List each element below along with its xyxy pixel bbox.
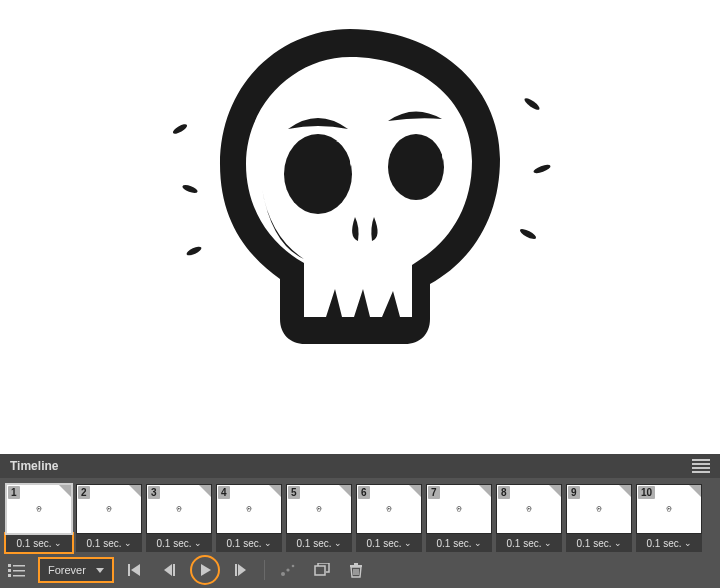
frame: 60.1 sec.⌄ bbox=[356, 484, 422, 552]
chevron-down-icon: ⌄ bbox=[194, 539, 202, 548]
svg-marker-15 bbox=[131, 564, 140, 576]
frame: 100.1 sec.⌄ bbox=[636, 484, 702, 552]
frame: 50.1 sec.⌄ bbox=[286, 484, 352, 552]
svg-rect-10 bbox=[8, 574, 11, 577]
frame-delay-select[interactable]: 0.1 sec.⌄ bbox=[566, 534, 632, 552]
chevron-down-icon: ⌄ bbox=[684, 539, 692, 548]
frame-visibility-icon[interactable] bbox=[129, 485, 141, 497]
svg-rect-26 bbox=[354, 563, 358, 565]
frame-delay-label: 0.1 sec. bbox=[296, 538, 331, 549]
tween-button[interactable] bbox=[277, 559, 299, 581]
frame-thumbnail[interactable]: 9 bbox=[566, 484, 632, 534]
frame-thumbnail[interactable]: 4 bbox=[216, 484, 282, 534]
svg-marker-18 bbox=[201, 564, 211, 576]
frame-thumbnail[interactable]: 6 bbox=[356, 484, 422, 534]
frame-delay-label: 0.1 sec. bbox=[646, 538, 681, 549]
frame-delay-label: 0.1 sec. bbox=[16, 538, 51, 549]
panel-menu-icon[interactable] bbox=[692, 459, 710, 473]
svg-rect-17 bbox=[173, 564, 175, 576]
frame-visibility-icon[interactable] bbox=[409, 485, 421, 497]
chevron-down-icon: ⌄ bbox=[474, 539, 482, 548]
timeline-panel: Timeline 10.1 sec.⌄20.1 sec.⌄30.1 sec.⌄4… bbox=[0, 454, 720, 588]
first-frame-button[interactable] bbox=[124, 559, 146, 581]
skull-artwork bbox=[150, 0, 570, 389]
frame-number: 6 bbox=[358, 486, 370, 499]
frame-delay-label: 0.1 sec. bbox=[436, 538, 471, 549]
frame-delay-select[interactable]: 0.1 sec.⌄ bbox=[76, 534, 142, 552]
chevron-down-icon: ⌄ bbox=[124, 539, 132, 548]
chevron-down-icon: ⌄ bbox=[334, 539, 342, 548]
frame-delay-label: 0.1 sec. bbox=[506, 538, 541, 549]
frame-thumbnail[interactable]: 10 bbox=[636, 484, 702, 534]
frame-delay-select[interactable]: 0.1 sec.⌄ bbox=[636, 534, 702, 552]
delete-frame-button[interactable] bbox=[345, 559, 367, 581]
frame: 40.1 sec.⌄ bbox=[216, 484, 282, 552]
timeline-controls: Forever bbox=[0, 552, 720, 588]
chevron-down-icon bbox=[96, 568, 104, 573]
frame-number: 8 bbox=[498, 486, 510, 499]
frame-visibility-icon[interactable] bbox=[59, 485, 71, 497]
frame-delay-select[interactable]: 0.1 sec.⌄ bbox=[496, 534, 562, 552]
frame-delay-select[interactable]: 0.1 sec.⌄ bbox=[6, 534, 72, 552]
chevron-down-icon: ⌄ bbox=[54, 539, 62, 548]
frame-number: 2 bbox=[78, 486, 90, 499]
frame-thumbnail[interactable]: 8 bbox=[496, 484, 562, 534]
svg-point-22 bbox=[286, 568, 289, 571]
frame-visibility-icon[interactable] bbox=[479, 485, 491, 497]
duplicate-frame-button[interactable] bbox=[311, 559, 333, 581]
frame-thumbnail[interactable]: 3 bbox=[146, 484, 212, 534]
frame-delay-label: 0.1 sec. bbox=[86, 538, 121, 549]
frame-delay-label: 0.1 sec. bbox=[156, 538, 191, 549]
prev-frame-button[interactable] bbox=[158, 559, 180, 581]
frame-thumbnail[interactable]: 2 bbox=[76, 484, 142, 534]
svg-point-21 bbox=[281, 572, 285, 576]
svg-rect-14 bbox=[128, 564, 130, 576]
play-button[interactable] bbox=[192, 557, 218, 583]
chevron-down-icon: ⌄ bbox=[614, 539, 622, 548]
frame: 10.1 sec.⌄ bbox=[6, 484, 72, 552]
timeline-header: Timeline bbox=[0, 454, 720, 478]
play-icon bbox=[198, 563, 212, 577]
svg-rect-13 bbox=[13, 575, 25, 577]
frame-number: 1 bbox=[8, 486, 20, 499]
svg-marker-16 bbox=[164, 564, 172, 576]
frame-delay-select[interactable]: 0.1 sec.⌄ bbox=[216, 534, 282, 552]
frame-visibility-icon[interactable] bbox=[549, 485, 561, 497]
frame-delay-label: 0.1 sec. bbox=[366, 538, 401, 549]
frame-visibility-icon[interactable] bbox=[269, 485, 281, 497]
convert-timeline-icon[interactable] bbox=[6, 559, 28, 581]
svg-marker-20 bbox=[238, 564, 246, 576]
svg-rect-11 bbox=[13, 565, 25, 567]
frame-number: 10 bbox=[638, 486, 655, 499]
frame-visibility-icon[interactable] bbox=[689, 485, 701, 497]
frame: 20.1 sec.⌄ bbox=[76, 484, 142, 552]
frame-delay-select[interactable]: 0.1 sec.⌄ bbox=[426, 534, 492, 552]
canvas-area[interactable] bbox=[0, 0, 720, 418]
frame-number: 4 bbox=[218, 486, 230, 499]
frame: 30.1 sec.⌄ bbox=[146, 484, 212, 552]
frame-thumbnail[interactable]: 7 bbox=[426, 484, 492, 534]
frame-delay-select[interactable]: 0.1 sec.⌄ bbox=[286, 534, 352, 552]
svg-rect-8 bbox=[8, 564, 11, 567]
frame-delay-select[interactable]: 0.1 sec.⌄ bbox=[146, 534, 212, 552]
frame-visibility-icon[interactable] bbox=[619, 485, 631, 497]
chevron-down-icon: ⌄ bbox=[264, 539, 272, 548]
loop-mode-select[interactable]: Forever bbox=[40, 559, 112, 581]
frame: 80.1 sec.⌄ bbox=[496, 484, 562, 552]
frame-number: 3 bbox=[148, 486, 160, 499]
next-frame-button[interactable] bbox=[230, 559, 252, 581]
svg-point-23 bbox=[292, 565, 295, 568]
svg-rect-12 bbox=[13, 570, 25, 572]
chevron-down-icon: ⌄ bbox=[544, 539, 552, 548]
frame-delay-select[interactable]: 0.1 sec.⌄ bbox=[356, 534, 422, 552]
svg-rect-19 bbox=[235, 564, 237, 576]
frame-number: 7 bbox=[428, 486, 440, 499]
frame-number: 9 bbox=[568, 486, 580, 499]
frame-thumbnail[interactable]: 5 bbox=[286, 484, 352, 534]
frame-visibility-icon[interactable] bbox=[339, 485, 351, 497]
frame-delay-label: 0.1 sec. bbox=[226, 538, 261, 549]
frame-thumbnail[interactable]: 1 bbox=[6, 484, 72, 534]
separator bbox=[264, 560, 265, 580]
frame-visibility-icon[interactable] bbox=[199, 485, 211, 497]
frame: 90.1 sec.⌄ bbox=[566, 484, 632, 552]
